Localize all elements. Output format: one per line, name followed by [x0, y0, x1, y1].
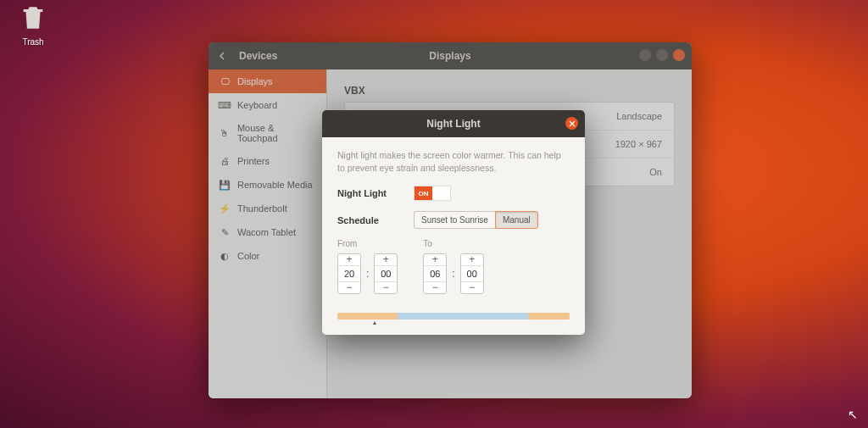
to-hour-value: 06 — [424, 266, 446, 281]
timeline-tick — [373, 320, 376, 325]
colon: : — [452, 268, 454, 280]
plus-button[interactable]: + — [424, 254, 446, 266]
toggle-on-text: ON — [415, 186, 432, 200]
schedule-option-manual[interactable]: Manual — [495, 211, 538, 229]
schedule-label: Schedule — [337, 215, 414, 225]
from-label: From — [337, 239, 398, 248]
minus-button[interactable]: − — [461, 281, 483, 293]
schedule-segmented: Sunset to Sunrise Manual — [414, 211, 538, 229]
schedule-timeline — [337, 313, 570, 320]
minus-button[interactable]: − — [375, 281, 397, 293]
to-label: To — [423, 239, 483, 248]
desktop-trash[interactable]: Trash — [12, 3, 54, 47]
colon: : — [366, 268, 369, 280]
dialog-title: Night Light — [426, 118, 480, 130]
plus-button[interactable]: + — [461, 254, 483, 266]
timeline-day-segment — [398, 313, 527, 320]
schedule-option-sunset[interactable]: Sunset to Sunrise — [414, 211, 495, 229]
dialog-description: Night light makes the screen color warme… — [337, 149, 570, 174]
night-light-dialog: Night Light Night light makes the screen… — [322, 110, 585, 335]
close-icon — [569, 120, 576, 127]
from-hour-spinner[interactable]: + 20 − — [337, 253, 361, 294]
minus-button[interactable]: − — [424, 281, 446, 293]
trash-icon — [19, 3, 47, 32]
plus-button[interactable]: + — [338, 254, 360, 266]
from-minute-spinner[interactable]: + 00 − — [374, 253, 398, 294]
toggle-knob — [432, 186, 450, 200]
plus-button[interactable]: + — [375, 254, 397, 266]
from-minute-value: 00 — [375, 266, 397, 281]
to-minute-value: 00 — [461, 266, 483, 281]
mouse-cursor-icon: ↖ — [848, 408, 858, 421]
to-minute-spinner[interactable]: + 00 − — [460, 253, 484, 294]
to-hour-spinner[interactable]: + 06 − — [423, 253, 447, 294]
minus-button[interactable]: − — [338, 281, 360, 293]
night-light-toggle[interactable]: ON — [414, 186, 451, 201]
dialog-titlebar: Night Light — [322, 110, 585, 137]
dialog-close-button[interactable] — [565, 117, 578, 130]
from-hour-value: 20 — [338, 266, 360, 281]
night-light-toggle-label: Night Light — [337, 188, 414, 198]
desktop-trash-label: Trash — [12, 37, 54, 47]
